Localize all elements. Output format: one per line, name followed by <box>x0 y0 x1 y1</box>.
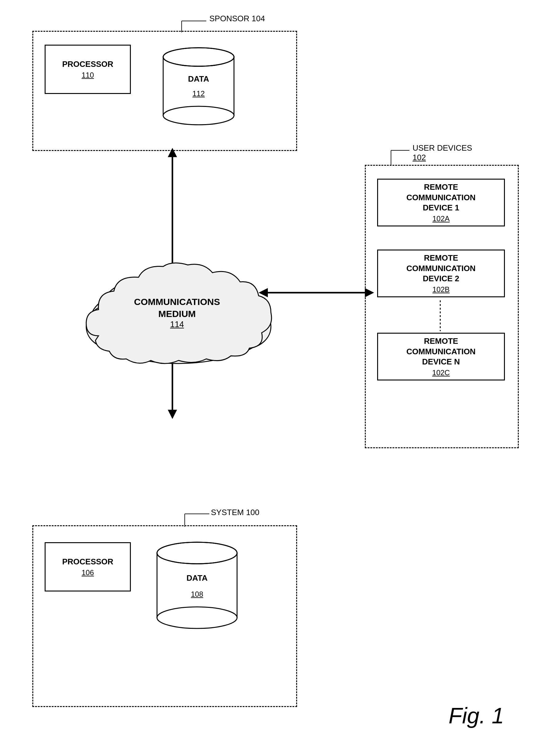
device1-id: 102A <box>432 214 449 223</box>
cloud-label: COMMUNICATIONSMEDIUM <box>134 297 220 319</box>
sponsor-data-cylinder: DATA 112 <box>160 40 237 126</box>
sponsor-processor-id: 110 <box>82 71 94 79</box>
svg-point-18 <box>163 106 234 125</box>
user-devices-label: USER DEVICES 102 <box>412 143 472 162</box>
dots-line <box>437 300 443 331</box>
sponsor-label: SPONSOR 104 <box>209 14 265 23</box>
svg-point-36 <box>157 607 237 628</box>
system-data-cylinder: DATA 108 <box>154 533 240 632</box>
cloud-id: 114 <box>170 320 184 329</box>
system-processor-box: PROCESSOR 106 <box>45 542 131 591</box>
device2-id: 102B <box>432 285 449 294</box>
sponsor-data-label: DATA <box>188 74 209 83</box>
system-processor-id: 106 <box>82 568 94 577</box>
device1-box: REMOTECOMMUNICATIONDEVICE 1 102A <box>377 179 505 226</box>
deviceN-id: 102C <box>432 368 450 377</box>
svg-point-38 <box>158 543 237 563</box>
device1-label: REMOTECOMMUNICATIONDEVICE 1 <box>406 182 476 213</box>
sponsor-data-id: 112 <box>193 89 205 98</box>
sponsor-processor-box: PROCESSOR 110 <box>45 45 131 94</box>
sponsor-processor-label: PROCESSOR <box>62 59 113 70</box>
cloud-container: COMMUNICATIONSMEDIUM 114 <box>74 262 283 368</box>
system-data-label: DATA <box>187 573 208 583</box>
svg-marker-13 <box>168 410 177 419</box>
system-label: SYSTEM 100 <box>211 508 260 517</box>
device2-box: REMOTECOMMUNICATIONDEVICE 2 102B <box>377 250 505 297</box>
deviceN-box: REMOTECOMMUNICATIONDEVICE N 102C <box>377 333 505 380</box>
diagram: SPONSOR 104 PROCESSOR 110 DATA 112 USER … <box>0 0 544 756</box>
svg-point-20 <box>164 48 234 66</box>
system-processor-label: PROCESSOR <box>62 557 113 567</box>
system-data-id: 108 <box>191 590 203 598</box>
device2-label: REMOTECOMMUNICATIONDEVICE 2 <box>406 253 476 284</box>
deviceN-label: REMOTECOMMUNICATIONDEVICE N <box>406 336 476 367</box>
figure-label: Fig. 1 <box>449 703 504 728</box>
